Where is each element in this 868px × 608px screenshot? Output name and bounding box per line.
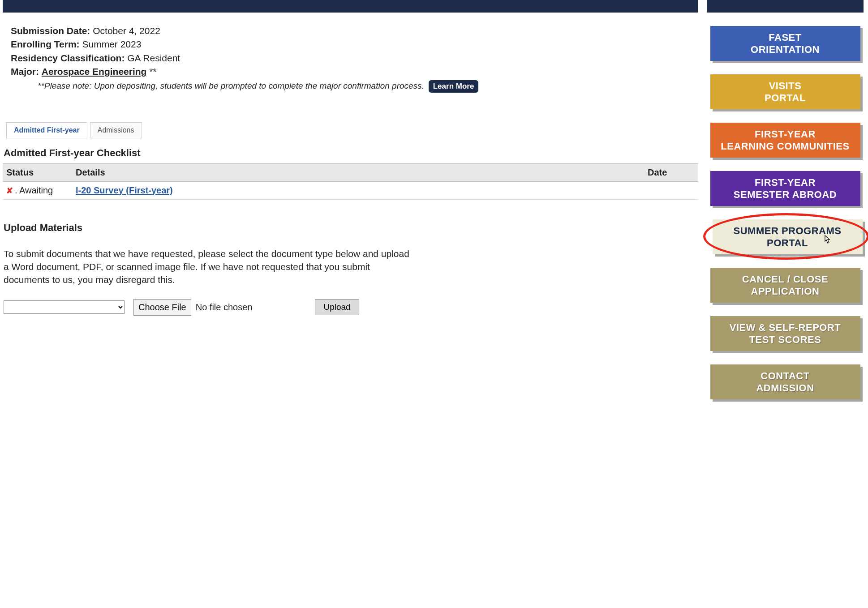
col-date: Date	[644, 163, 698, 181]
checklist-detail-link[interactable]: I-20 Survey (First-year)	[76, 185, 173, 195]
tabs: Admitted First-year Admissions	[6, 122, 698, 138]
summer-programs-portal-button[interactable]: SUMMER PROGRAMS PORTAL	[713, 219, 863, 254]
major-link[interactable]: Aerospace Engineering	[42, 66, 147, 77]
faset-orientation-button[interactable]: FASET ORIENTATION	[710, 26, 860, 61]
scores-label: VIEW & SELF-REPORT TEST SCORES	[730, 321, 841, 346]
x-icon: ✘	[6, 186, 13, 195]
learn-more-button[interactable]: Learn More	[429, 80, 479, 93]
enrolling-term-value: Summer 2023	[82, 39, 141, 49]
visits-portal-button[interactable]: VISITS PORTAL	[710, 74, 860, 109]
first-year-learning-communities-button[interactable]: FIRST-YEAR LEARNING COMMUNITIES	[710, 123, 860, 158]
view-self-report-test-scores-button[interactable]: VIEW & SELF-REPORT TEST SCORES	[710, 316, 860, 351]
summer-label: SUMMER PROGRAMS PORTAL	[734, 225, 842, 249]
tab-admissions[interactable]: Admissions	[90, 122, 142, 138]
side-header-bar	[707, 0, 864, 13]
contact-admission-button[interactable]: CONTACT ADMISSION	[710, 364, 860, 399]
upload-button[interactable]: Upload	[315, 299, 359, 315]
col-details: Details	[72, 163, 644, 181]
abroad-label: FIRST-YEAR SEMESTER ABROAD	[734, 176, 837, 201]
submission-date-label: Submission Date:	[11, 26, 90, 36]
enrolling-term-label: Enrolling Term:	[11, 39, 80, 49]
cancel-close-application-button[interactable]: CANCEL / CLOSE APPLICATION	[710, 268, 860, 303]
deposit-note: **Please note: Upon depositing, students…	[11, 81, 424, 90]
document-type-select[interactable]	[4, 300, 125, 314]
col-status: Status	[3, 163, 72, 181]
no-file-chosen-text: No file chosen	[196, 302, 253, 313]
checklist-heading: Admitted First-year Checklist	[4, 147, 698, 159]
residency-label: Residency Classification:	[11, 53, 125, 63]
checklist-table: Status Details Date ✘. Awaiting I-20 Sur…	[3, 163, 698, 200]
contact-label: CONTACT ADMISSION	[756, 370, 814, 394]
application-info-block: Submission Date: October 4, 2022 Enrolli…	[3, 20, 698, 95]
choose-file-button[interactable]: Choose File	[133, 299, 191, 316]
major-label: Major:	[11, 66, 39, 77]
cancel-label: CANCEL / CLOSE APPLICATION	[742, 273, 828, 298]
upload-heading: Upload Materials	[4, 222, 698, 234]
main-header-bar	[3, 0, 698, 13]
status-text: . Awaiting	[15, 185, 53, 195]
first-year-semester-abroad-button[interactable]: FIRST-YEAR SEMESTER ABROAD	[710, 171, 860, 206]
upload-description: To submit documents that we have request…	[4, 247, 416, 287]
table-row: ✘. Awaiting I-20 Survey (First-year)	[3, 181, 698, 199]
checklist-date	[644, 181, 698, 199]
residency-value: GA Resident	[127, 53, 180, 63]
visits-label: VISITS PORTAL	[765, 80, 806, 104]
submission-date-value: October 4, 2022	[93, 26, 160, 36]
tab-admitted-first-year[interactable]: Admitted First-year	[6, 122, 87, 138]
major-suffix: **	[146, 66, 156, 77]
faset-label: FASET ORIENTATION	[751, 31, 820, 56]
flc-label: FIRST-YEAR LEARNING COMMUNITIES	[721, 128, 849, 153]
